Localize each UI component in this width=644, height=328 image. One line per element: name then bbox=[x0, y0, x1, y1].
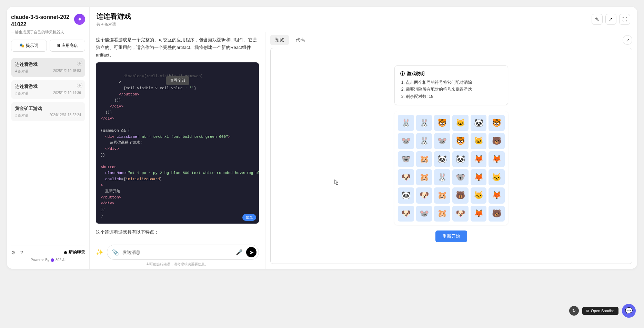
main-header: 连连看游戏 共 4 条对话 ✎ ↗ ⛶ bbox=[90, 7, 637, 32]
store-button[interactable]: ⊞应用商店 bbox=[50, 40, 85, 52]
game-tile[interactable]: 🐨 bbox=[398, 151, 414, 167]
game-tile[interactable]: 🐹 bbox=[416, 169, 432, 185]
game-tile[interactable]: 🐶 bbox=[398, 206, 414, 222]
attach-icon[interactable]: 📎 bbox=[112, 249, 119, 256]
code-block: disabled={!cell.visible || gameWon} > {c… bbox=[96, 62, 259, 224]
send-button[interactable]: ➤ bbox=[246, 247, 256, 257]
game-tile[interactable]: 🐰 bbox=[434, 169, 450, 185]
preview-column: 预览 代码 ↗ ⓘ游戏说明 点击两个相同的符号将它们配对消除 需要消除所有配对的… bbox=[265, 32, 637, 269]
expand-button[interactable]: ⛶ bbox=[619, 14, 630, 25]
restart-button[interactable]: 重新开始 bbox=[435, 230, 467, 242]
tab-code[interactable]: 代码 bbox=[291, 35, 310, 45]
magic-icon[interactable]: ✨ bbox=[96, 248, 103, 256]
preview-chip[interactable]: 预览 bbox=[242, 214, 256, 221]
chat-item[interactable]: ⊘ 连连看游戏 4 条对话2025/1/2 10:15:53 bbox=[11, 58, 85, 77]
game-info: ⓘ游戏说明 点击两个相同的符号将它们配对消除 需要消除所有配对的符号来赢得游戏 … bbox=[394, 65, 508, 105]
game-tile[interactable]: 🐹 bbox=[434, 187, 450, 204]
game-tile[interactable]: 🐰 bbox=[416, 115, 432, 131]
chat-item-title: 连连看游戏 bbox=[15, 61, 81, 68]
message-input[interactable] bbox=[122, 250, 232, 255]
message-text: 这个连连看游戏是一个完整的、可交互的应用程序，包含游戏逻辑和UI组件。它是独立的… bbox=[96, 36, 259, 59]
new-chat-button[interactable]: ⊕新的聊天 bbox=[64, 249, 85, 255]
game-tile[interactable]: 🐶 bbox=[398, 169, 414, 185]
game-tile[interactable]: 🦊 bbox=[471, 169, 487, 185]
share-preview-button[interactable]: ↗ bbox=[623, 35, 632, 45]
disclaimer: AI可能会犯错误，请考虑核实重要信息。 bbox=[96, 262, 259, 267]
game-tile[interactable]: 🐹 bbox=[416, 151, 432, 167]
chat-badge-icon: ⊘ bbox=[77, 83, 82, 88]
share-button[interactable]: ↗ bbox=[605, 14, 616, 25]
page-subtitle: 共 4 条对话 bbox=[97, 22, 131, 27]
game-tile[interactable]: 🐯 bbox=[452, 133, 469, 149]
preview-frame: ⓘ游戏说明 点击两个相同的符号将它们配对消除 需要消除所有配对的符号来赢得游戏 … bbox=[270, 48, 632, 264]
input-wrapper: 📎 🎤 ➤ bbox=[107, 245, 259, 260]
chat-item-title: 连连看游戏 bbox=[15, 83, 81, 90]
chat-badge-icon: ⊘ bbox=[77, 61, 82, 66]
mic-icon[interactable]: 🎤 bbox=[236, 249, 243, 256]
game-tile[interactable]: 🐱 bbox=[471, 133, 487, 149]
prompt-icon: 🎭 bbox=[19, 43, 24, 48]
rule-item: 剩余配对数: 18 bbox=[406, 93, 502, 100]
sidebar: claude-3-5-sonnet-20241022 ✦ 一键生成属于自己的聊天… bbox=[7, 7, 90, 269]
model-icon: ✦ bbox=[74, 14, 85, 25]
help-icon[interactable]: ? bbox=[20, 250, 23, 255]
game-tile[interactable]: 🐭 bbox=[434, 133, 450, 149]
game-tile[interactable]: 🦊 bbox=[471, 206, 487, 222]
game-tile[interactable]: 🐱 bbox=[471, 187, 487, 204]
rule-item: 点击两个相同的符号将它们配对消除 bbox=[406, 79, 502, 86]
game-tile[interactable]: 🐨 bbox=[452, 169, 469, 185]
store-icon: ⊞ bbox=[57, 43, 60, 48]
plus-icon: ⊕ bbox=[64, 250, 67, 255]
info-icon: ⓘ bbox=[400, 71, 405, 77]
chat-list: ⊘ 连连看游戏 4 条对话2025/1/2 10:15:53 ⊘ 连连看游戏 2… bbox=[11, 58, 85, 246]
game-tile[interactable]: 🐼 bbox=[452, 151, 469, 167]
game-tile[interactable]: 🐹 bbox=[434, 206, 450, 222]
game-tile[interactable]: 🐻 bbox=[452, 187, 469, 204]
game-tile[interactable]: 🐯 bbox=[434, 115, 450, 131]
edit-button[interactable]: ✎ bbox=[592, 14, 603, 25]
game-tile[interactable]: 🦊 bbox=[489, 187, 505, 204]
game-tile[interactable]: 🐶 bbox=[416, 187, 432, 204]
page-title: 连连看游戏 bbox=[97, 12, 131, 21]
game-tile[interactable]: 🐶 bbox=[452, 206, 469, 222]
chat-item-title: 黄金矿工游戏 bbox=[15, 105, 81, 112]
game-board: 🐰🐰🐯🐱🐼🐯🐭🐰🐭🐯🐱🐻🐨🐹🐼🐼🦊🦊🐶🐹🐰🐨🦊🐱🐼🐶🐹🐻🐱🦊🐶🐭🐹🐶🦊🐻 bbox=[394, 111, 508, 225]
game-tile[interactable]: 🐼 bbox=[398, 187, 414, 204]
messages: 这个连连看游戏是一个完整的、可交互的应用程序，包含游戏逻辑和UI组件。它是独立的… bbox=[90, 32, 265, 241]
game-tile[interactable]: 🐰 bbox=[398, 115, 414, 131]
model-name: claude-3-5-sonnet-20241022 bbox=[11, 14, 71, 28]
chat-column: 这个连连看游戏是一个完整的、可交互的应用程序，包含游戏逻辑和UI组件。它是独立的… bbox=[90, 32, 265, 269]
game-tile[interactable]: 🐰 bbox=[416, 133, 432, 149]
game-tile[interactable]: 🦊 bbox=[489, 151, 505, 167]
tab-preview[interactable]: 预览 bbox=[270, 35, 289, 45]
model-subtitle: 一键生成属于自己的聊天机器人 bbox=[11, 30, 85, 35]
game-tile[interactable]: 🐭 bbox=[416, 206, 432, 222]
settings-icon[interactable]: ⚙ bbox=[11, 250, 16, 255]
game-tile[interactable]: 🐯 bbox=[489, 115, 505, 131]
game-tile[interactable]: 🐭 bbox=[398, 133, 414, 149]
game-tile[interactable]: 🦊 bbox=[471, 151, 487, 167]
game-tile[interactable]: 🐱 bbox=[452, 115, 469, 131]
game-tile[interactable]: 🐼 bbox=[434, 151, 450, 167]
rule-item: 需要消除所有配对的符号来赢得游戏 bbox=[406, 86, 502, 93]
prompt-button[interactable]: 🎭提示词 bbox=[11, 40, 47, 52]
powered-by: Powered By 302.AI bbox=[11, 258, 85, 262]
view-all-button[interactable]: 查看全部 bbox=[166, 76, 189, 85]
features-intro: 这个连连看游戏具有以下特点： bbox=[96, 228, 259, 236]
game-tile[interactable]: 🐼 bbox=[471, 115, 487, 131]
game-tile[interactable]: 🐻 bbox=[489, 206, 505, 222]
game-tile[interactable]: 🐻 bbox=[489, 133, 505, 149]
chat-item[interactable]: 黄金矿工游戏 2 条对话2024/12/31 18:22:24 bbox=[11, 102, 85, 121]
game-tile[interactable]: 🐱 bbox=[489, 169, 505, 185]
chat-item[interactable]: ⊘ 连连看游戏 2 条对话2025/1/2 10:14:39 bbox=[11, 80, 85, 99]
